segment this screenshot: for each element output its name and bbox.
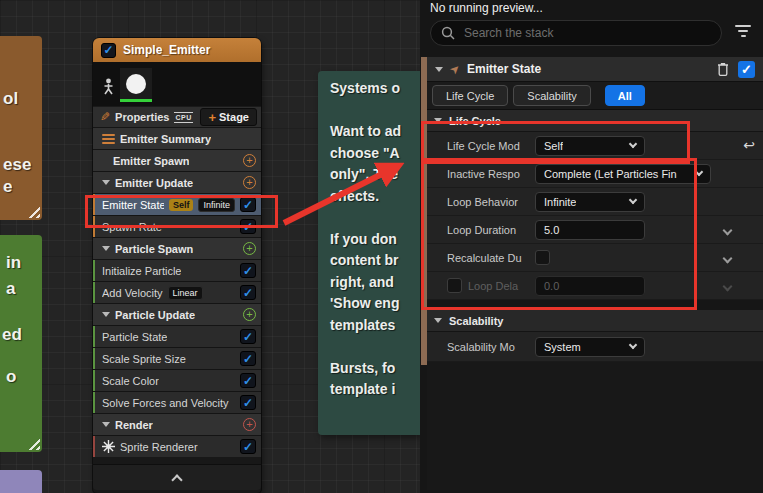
property-row-life-cycle-mode: Life Cycle Mod Self ↩ <box>427 132 763 160</box>
module-enabled-checkbox[interactable]: ✓ <box>240 285 256 300</box>
module-enabled-checkbox[interactable]: ✓ <box>240 395 256 410</box>
recalculate-checkbox[interactable] <box>535 250 550 265</box>
emitter-enabled-checkbox[interactable]: ✓ <box>101 43 116 58</box>
comment-note-teal[interactable]: Systems o Want to ad choose "A only". Th… <box>318 71 420 435</box>
check-icon: ✓ <box>243 287 253 299</box>
property-row-scalability-mode: Scalability Mo System <box>427 332 763 362</box>
row-initialize-particle[interactable]: Initialize Particle ✓ <box>93 260 261 281</box>
graph-canvas[interactable]: ol ese e in a ed o ✓ Simple_Emitter <box>0 0 420 493</box>
module-enabled-checkbox[interactable]: ✓ <box>240 219 256 234</box>
check-icon: ✓ <box>243 353 253 365</box>
add-module-icon[interactable]: + <box>243 242 256 255</box>
resize-handle-icon[interactable] <box>25 435 40 450</box>
collapse-arrow-icon[interactable] <box>102 312 110 317</box>
check-icon: ✓ <box>741 63 752 76</box>
loop-delay-enable-checkbox[interactable] <box>447 278 462 293</box>
row-scale-sprite-size[interactable]: Scale Sprite Size ✓ <box>93 348 261 369</box>
add-module-icon[interactable]: + <box>243 154 256 167</box>
row-emitter-state[interactable]: Emitter State Self Infinite ✓ <box>93 194 261 215</box>
chevron-up-icon <box>171 474 182 485</box>
filter-icon[interactable] <box>735 25 751 37</box>
properties-label[interactable]: Properties <box>115 111 169 123</box>
row-spawn-rate[interactable]: Spawn Rate ✓ <box>93 216 261 237</box>
row-add-velocity[interactable]: Add Velocity Linear ✓ <box>93 282 261 303</box>
resize-handle-icon[interactable] <box>25 203 40 218</box>
chevron-down-icon <box>629 196 637 204</box>
collapse-arrow-icon[interactable] <box>435 67 443 72</box>
group-scalability[interactable]: Scalability <box>427 310 763 332</box>
cpu-sim-target-icon: CPU <box>174 112 192 123</box>
check-icon: ✓ <box>243 221 253 233</box>
emitter-node-header[interactable]: ✓ Simple_Emitter <box>93 38 261 62</box>
module-enabled-checkbox[interactable]: ✓ <box>738 61 755 78</box>
check-icon: ✓ <box>243 265 253 277</box>
emitter-node[interactable]: ✓ Simple_Emitter ✎ Properties CPU + Stag… <box>93 38 261 493</box>
row-emitter-update[interactable]: Emitter Update + <box>93 172 261 193</box>
comment-note-green[interactable]: in a ed o <box>0 235 42 452</box>
comment-note-brown[interactable]: ol ese e <box>0 36 42 220</box>
loop-behavior-dropdown[interactable]: Infinite <box>535 192 645 212</box>
check-icon: ✓ <box>103 44 113 56</box>
loop-delay-input[interactable] <box>535 276 645 296</box>
life-cycle-mode-dropdown[interactable]: Self <box>535 136 645 156</box>
filter-life-cycle-button[interactable]: Life Cycle <box>432 85 508 106</box>
search-input[interactable] <box>462 25 711 41</box>
summary-list-icon <box>102 134 115 144</box>
emitter-preview-strip <box>93 62 261 106</box>
inactive-response-dropdown[interactable]: Complete (Let Particles Fin <box>535 164 711 184</box>
row-emitter-spawn[interactable]: Emitter Spawn + <box>93 150 261 171</box>
emitter-node-title: Simple_Emitter <box>123 43 210 57</box>
sprite-burst-icon <box>102 440 115 453</box>
add-renderer-icon[interactable]: + <box>243 418 256 431</box>
reset-to-default-icon[interactable]: ↩ <box>743 137 755 153</box>
row-sprite-renderer[interactable]: Sprite Renderer ✓ <box>93 436 261 457</box>
search-bar[interactable] <box>430 20 722 46</box>
module-arrow-icon: ➤ <box>447 60 464 77</box>
delete-module-icon[interactable] <box>715 61 731 77</box>
note-text-fragment: in <box>6 253 21 273</box>
emitter-thumbnail[interactable] <box>120 68 152 102</box>
filter-all-button[interactable]: All <box>605 85 645 106</box>
edit-properties-icon[interactable]: ✎ <box>100 110 110 124</box>
collapse-arrow-icon[interactable] <box>102 422 110 427</box>
stack-content: ➤ Emitter State ✓ Life Cycle Scalability… <box>427 57 763 490</box>
loop-duration-input[interactable] <box>535 220 645 240</box>
module-enabled-checkbox[interactable]: ✓ <box>240 197 256 212</box>
chevron-down-icon <box>629 341 637 349</box>
note-text-fragment: ol ese e <box>0 36 42 198</box>
module-enabled-checkbox[interactable]: ✓ <box>240 373 256 388</box>
row-particle-update[interactable]: Particle Update + <box>93 304 261 325</box>
add-module-icon[interactable]: + <box>243 176 256 189</box>
collapse-node-button[interactable] <box>93 464 261 490</box>
search-icon <box>441 26 455 40</box>
collapse-arrow-icon[interactable] <box>434 318 442 323</box>
module-enabled-checkbox[interactable]: ✓ <box>240 351 256 366</box>
module-enabled-checkbox[interactable]: ✓ <box>240 263 256 278</box>
particle-preview-dot <box>126 74 146 94</box>
module-enabled-checkbox[interactable]: ✓ <box>240 329 256 344</box>
row-scale-color[interactable]: Scale Color ✓ <box>93 370 261 391</box>
add-module-icon[interactable]: + <box>243 308 256 321</box>
group-life-cycle[interactable]: Life Cycle <box>427 110 763 132</box>
property-row-inactive-response: Inactive Respo Complete (Let Particles F… <box>427 160 763 188</box>
collapse-arrow-icon[interactable] <box>102 246 110 251</box>
collapse-arrow-icon[interactable] <box>102 180 110 185</box>
note-text-fragment: o <box>6 367 16 387</box>
category-filter-bar: Life Cycle Scalability All <box>427 82 763 110</box>
collapse-arrow-icon[interactable] <box>434 118 442 123</box>
infinite-badge: Infinite <box>198 198 235 212</box>
preview-status-text: No running preview... <box>430 1 543 15</box>
add-stage-button[interactable]: + Stage <box>200 108 257 126</box>
scalability-mode-dropdown[interactable]: System <box>535 337 645 357</box>
comment-note-purple[interactable] <box>0 470 42 493</box>
emitter-state-header[interactable]: ➤ Emitter State ✓ <box>427 57 763 82</box>
check-icon: ✓ <box>243 397 253 409</box>
row-render[interactable]: Render + <box>93 414 261 435</box>
row-particle-spawn[interactable]: Particle Spawn + <box>93 238 261 259</box>
check-icon: ✓ <box>243 331 253 343</box>
row-particle-state[interactable]: Particle State ✓ <box>93 326 261 347</box>
row-emitter-summary[interactable]: Emitter Summary <box>93 128 261 149</box>
row-solve-forces-velocity[interactable]: Solve Forces and Velocity ✓ <box>93 392 261 413</box>
filter-scalability-button[interactable]: Scalability <box>513 85 591 106</box>
module-enabled-checkbox[interactable]: ✓ <box>240 439 256 454</box>
